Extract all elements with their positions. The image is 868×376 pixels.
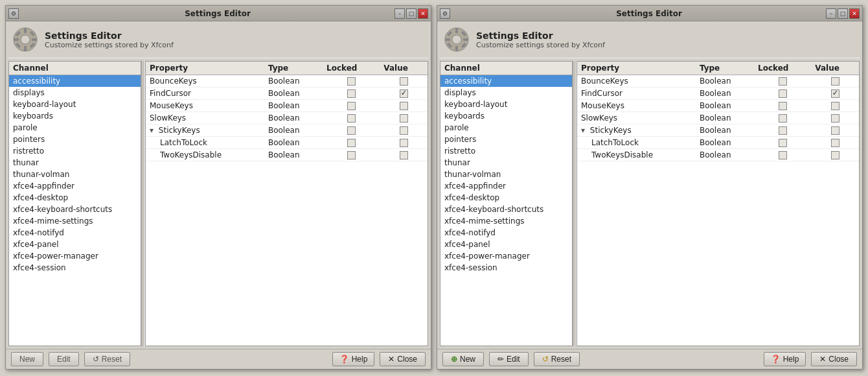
channel-item-thunar-volman-left[interactable]: thunar-volman xyxy=(9,169,141,180)
prop-value[interactable] xyxy=(380,137,428,149)
channel-item-ristretto-right[interactable]: ristretto xyxy=(440,145,572,157)
close-button-bottom-right[interactable]: ✕ Close xyxy=(811,352,857,366)
prop-locked[interactable] xyxy=(754,75,811,88)
channel-item-xfce4-power-manager-left[interactable]: xfce4-power-manager xyxy=(9,250,141,262)
prop-value[interactable] xyxy=(380,88,428,100)
locked-checkbox[interactable] xyxy=(347,77,356,86)
close-button-right[interactable]: ✕ xyxy=(849,8,860,19)
table-row[interactable]: MouseKeys Boolean xyxy=(577,100,859,112)
prop-value[interactable] xyxy=(811,124,859,137)
table-row[interactable]: BounceKeys Boolean xyxy=(146,75,428,88)
table-row[interactable]: ▾ StickyKeys Boolean xyxy=(146,124,428,137)
locked-checkbox[interactable] xyxy=(347,151,356,159)
channel-item-keyboard-layout-left[interactable]: keyboard-layout xyxy=(9,99,141,110)
channel-item-xfce4-keyboard-shortcuts-right[interactable]: xfce4-keyboard-shortcuts xyxy=(440,204,572,215)
channel-item-thunar-right[interactable]: thunar xyxy=(440,157,572,169)
prop-locked[interactable] xyxy=(323,100,380,112)
channel-item-xfce4-panel-right[interactable]: xfce4-panel xyxy=(440,239,572,250)
locked-checkbox[interactable] xyxy=(347,126,356,135)
prop-value[interactable] xyxy=(380,124,428,137)
channel-item-xfce4-desktop-right[interactable]: xfce4-desktop xyxy=(440,192,572,204)
system-menu-icon[interactable]: ⚙ xyxy=(8,8,19,19)
channel-item-keyboards-right[interactable]: keyboards xyxy=(440,110,572,122)
locked-checkbox[interactable] xyxy=(779,151,787,159)
channel-item-pointers-left[interactable]: pointers xyxy=(9,134,141,145)
help-button-right[interactable]: ❓ Help xyxy=(764,352,806,366)
locked-checkbox[interactable] xyxy=(779,126,787,135)
prop-locked[interactable] xyxy=(754,149,811,161)
prop-value[interactable] xyxy=(811,137,859,149)
prop-value[interactable] xyxy=(380,100,428,112)
prop-value[interactable] xyxy=(811,88,859,100)
locked-checkbox[interactable] xyxy=(347,139,356,147)
locked-checkbox[interactable] xyxy=(779,114,787,123)
prop-value[interactable] xyxy=(811,75,859,88)
prop-value[interactable] xyxy=(811,149,859,161)
channel-item-xfce4-notifyd-right[interactable]: xfce4-notifyd xyxy=(440,227,572,239)
prop-value[interactable] xyxy=(380,149,428,161)
prop-value[interactable] xyxy=(380,75,428,88)
prop-locked[interactable] xyxy=(323,112,380,124)
channel-item-keyboards-left[interactable]: keyboards xyxy=(9,110,141,122)
prop-value[interactable] xyxy=(380,112,428,124)
prop-locked[interactable] xyxy=(754,124,811,137)
channel-item-displays-right[interactable]: displays xyxy=(440,87,572,99)
table-row[interactable]: SlowKeys Boolean xyxy=(577,112,859,124)
prop-locked[interactable] xyxy=(323,88,380,100)
tree-toggle-icon-right[interactable]: ▾ xyxy=(581,126,588,135)
locked-checkbox[interactable] xyxy=(347,114,356,123)
prop-value[interactable] xyxy=(811,112,859,124)
prop-locked[interactable] xyxy=(323,149,380,161)
table-row[interactable]: MouseKeys Boolean xyxy=(146,100,428,112)
channel-item-xfce4-notifyd-left[interactable]: xfce4-notifyd xyxy=(9,227,141,239)
channel-item-accessibility-right[interactable]: accessibility xyxy=(440,75,572,87)
channel-item-pointers-right[interactable]: pointers xyxy=(440,134,572,145)
channel-item-accessibility-left[interactable]: accessibility xyxy=(9,75,141,87)
prop-locked[interactable] xyxy=(754,88,811,100)
prop-locked[interactable] xyxy=(754,100,811,112)
value-checkbox[interactable] xyxy=(400,114,408,123)
table-row[interactable]: TwoKeysDisable Boolean xyxy=(577,149,859,161)
minimize-button-left[interactable]: – xyxy=(394,8,405,19)
system-menu-icon-right[interactable]: ⚙ xyxy=(440,8,450,19)
table-row[interactable]: FindCursor Boolean xyxy=(577,88,859,100)
reset-button-left[interactable]: ↺ Reset xyxy=(84,352,130,366)
locked-checkbox[interactable] xyxy=(779,102,787,110)
value-checkbox[interactable] xyxy=(831,151,839,159)
maximize-button-left[interactable]: □ xyxy=(406,8,417,19)
value-checkbox[interactable] xyxy=(831,139,839,147)
channel-item-xfce4-desktop-left[interactable]: xfce4-desktop xyxy=(9,192,141,204)
value-checkbox[interactable] xyxy=(831,102,839,110)
value-checkbox[interactable] xyxy=(400,126,408,135)
locked-checkbox[interactable] xyxy=(779,77,787,86)
reset-button-right[interactable]: ↺ Reset xyxy=(534,352,580,366)
property-scroll-left[interactable]: Property Type Locked Value BounceKeys Bo… xyxy=(146,62,428,346)
value-checkbox[interactable] xyxy=(831,77,839,86)
channel-item-parole-right[interactable]: parole xyxy=(440,122,572,134)
value-checkbox[interactable] xyxy=(831,114,839,123)
value-checkbox[interactable] xyxy=(400,89,408,98)
table-row[interactable]: TwoKeysDisable Boolean xyxy=(146,149,428,161)
table-row[interactable]: FindCursor Boolean xyxy=(146,88,428,100)
tree-toggle-icon[interactable]: ▾ xyxy=(150,126,156,135)
value-checkbox[interactable] xyxy=(400,102,408,110)
prop-locked[interactable] xyxy=(323,75,380,88)
table-row[interactable]: SlowKeys Boolean xyxy=(146,112,428,124)
locked-checkbox[interactable] xyxy=(347,89,356,98)
channel-item-keyboard-layout-right[interactable]: keyboard-layout xyxy=(440,99,572,110)
prop-locked[interactable] xyxy=(323,124,380,137)
table-row[interactable]: BounceKeys Boolean xyxy=(577,75,859,88)
channel-item-xfce4-mime-settings-left[interactable]: xfce4-mime-settings xyxy=(9,215,141,227)
channel-item-xfce4-appfinder-right[interactable]: xfce4-appfinder xyxy=(440,180,572,192)
help-button-left[interactable]: ❓ Help xyxy=(332,352,375,366)
table-row[interactable]: LatchToLock Boolean xyxy=(146,137,428,149)
value-checkbox[interactable] xyxy=(831,126,839,135)
maximize-button-right[interactable]: □ xyxy=(838,8,848,19)
edit-button-right[interactable]: ✏ Edit xyxy=(489,352,529,366)
prop-locked[interactable] xyxy=(754,112,811,124)
value-checkbox[interactable] xyxy=(400,77,408,86)
channel-item-xfce4-session-left[interactable]: xfce4-session xyxy=(9,262,141,274)
value-checkbox[interactable] xyxy=(831,89,839,98)
channel-item-xfce4-mime-settings-right[interactable]: xfce4-mime-settings xyxy=(440,215,572,227)
close-button-bottom-left[interactable]: ✕ Close xyxy=(380,352,426,366)
